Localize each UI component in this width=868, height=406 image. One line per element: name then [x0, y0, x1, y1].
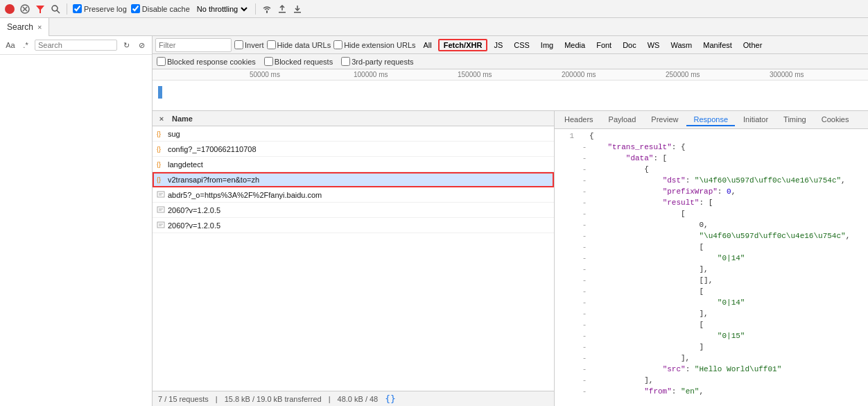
response-tab-timing[interactable]: Timing: [776, 114, 813, 126]
search-input-wrap: [35, 40, 117, 51]
request-item-langdetect[interactable]: {}langdetect: [153, 157, 554, 172]
line-content-11: "0|14": [589, 254, 862, 265]
type-btn-ws[interactable]: WS: [643, 39, 665, 51]
line-content-0: {: [589, 132, 862, 143]
line-content-1: "trans_result": {: [589, 143, 862, 154]
search-tab-label: Search: [7, 22, 33, 32]
type-btn-all[interactable]: All: [419, 39, 437, 51]
response-tab-payload[interactable]: Payload: [602, 114, 643, 126]
request-item-v2transapi[interactable]: {}v2transapi?from=en&to=zh: [153, 172, 554, 187]
line-content-2: "data": [: [589, 154, 862, 165]
request-icon-2060_2: [157, 221, 165, 230]
line-dash-0: [580, 132, 589, 143]
response-tab-cookies[interactable]: Cookies: [815, 114, 856, 126]
search-input[interactable]: [38, 41, 114, 49]
type-btn-font[interactable]: Font: [591, 39, 616, 51]
line-content-20: ],: [589, 354, 862, 365]
type-btn-doc[interactable]: Doc: [618, 39, 641, 51]
type-btn-media[interactable]: Media: [559, 39, 590, 51]
response-line-18: - "0|15": [560, 332, 862, 343]
response-line-23: - "from": "en",: [560, 387, 862, 398]
response-line-11: - "0|14": [560, 254, 862, 265]
requests-panel-close[interactable]: ×: [157, 114, 166, 124]
network-container: Invert Hide data URLs Hide extension URL…: [153, 36, 868, 406]
search-tab-bar: Search ×: [0, 18, 868, 36]
requests-header-name: Name: [172, 115, 193, 123]
svg-line-5: [57, 10, 60, 13]
response-line-0: 1{: [560, 132, 862, 143]
line-content-3: {: [589, 165, 862, 176]
line-dash-10: -: [580, 243, 589, 254]
response-body: 1{- "trans_result": {- "data": [- {- "ds…: [555, 129, 868, 406]
upload-icon[interactable]: [277, 3, 288, 15]
blocked-requests-checkbox[interactable]: Blocked requests: [264, 57, 333, 66]
line-number-7: [560, 210, 580, 221]
svg-rect-14: [157, 192, 164, 197]
blocked-cookies-checkbox[interactable]: Blocked response cookies: [157, 57, 256, 66]
type-btn-manifest[interactable]: Manifest: [698, 39, 737, 51]
request-name-2060_2: 2060?v=1.2.0.5: [168, 221, 220, 230]
response-line-22: - ],: [560, 376, 862, 387]
line-dash-5: -: [580, 187, 589, 198]
line-dash-7: -: [580, 210, 589, 221]
record-icon[interactable]: [4, 3, 15, 15]
response-line-1: - "trans_result": {: [560, 143, 862, 154]
response-tabs: HeadersPayloadPreviewResponseInitiatorTi…: [555, 111, 868, 129]
line-dash-20: -: [580, 354, 589, 365]
type-btn-wasm[interactable]: Wasm: [666, 39, 697, 51]
line-content-14: [: [589, 287, 862, 298]
type-btn-fetch_xhr[interactable]: Fetch/XHR: [438, 39, 488, 51]
response-line-5: - "prefixWrap": 0,: [560, 187, 862, 198]
response-line-15: - "0|14": [560, 298, 862, 310]
regex-button[interactable]: .*: [19, 39, 32, 51]
search-icon[interactable]: [50, 3, 61, 15]
response-tab-initiator[interactable]: Initiator: [736, 114, 775, 126]
hide-ext-urls-checkbox[interactable]: Hide extension URLs: [333, 40, 415, 49]
svg-marker-3: [36, 6, 44, 13]
filter-icon[interactable]: [35, 3, 46, 15]
disable-cache-checkbox[interactable]: Disable cache: [131, 4, 190, 13]
cancel-icon[interactable]: [19, 3, 31, 15]
type-btn-js[interactable]: JS: [489, 39, 507, 51]
line-dash-6: -: [580, 198, 589, 210]
response-line-7: - [: [560, 210, 862, 221]
line-dash-9: -: [580, 232, 589, 243]
request-item-sug[interactable]: {}sug: [153, 126, 554, 142]
line-content-13: [],: [589, 276, 862, 287]
request-item-2060_1[interactable]: 2060?v=1.2.0.5: [153, 203, 554, 218]
third-party-checkbox[interactable]: 3rd-party requests: [341, 57, 413, 66]
search-tab-close[interactable]: ×: [37, 23, 42, 31]
preserve-log-checkbox[interactable]: Preserve log: [73, 4, 127, 13]
clear-button[interactable]: ⊘: [135, 39, 148, 51]
type-btn-other[interactable]: Other: [738, 39, 767, 51]
aa-button[interactable]: Aa: [4, 39, 17, 51]
throttling-select[interactable]: No throttling: [194, 4, 250, 14]
type-btn-img[interactable]: Img: [536, 39, 558, 51]
line-content-22: ],: [589, 376, 862, 387]
invert-checkbox[interactable]: Invert: [234, 40, 264, 49]
refresh-button[interactable]: ↻: [120, 39, 132, 51]
svg-text:{}: {}: [157, 176, 161, 183]
response-line-21: - "src": "Hello World\uff01": [560, 365, 862, 376]
search-tab[interactable]: Search ×: [0, 18, 49, 36]
line-number-12: [560, 265, 580, 276]
hide-data-urls-checkbox[interactable]: Hide data URLs: [267, 40, 331, 49]
line-dash-21: -: [580, 365, 589, 376]
type-buttons: AllFetch/XHRJSCSSImgMediaFontDocWSWasmMa…: [419, 39, 767, 51]
line-number-22: [560, 376, 580, 387]
response-tab-preview[interactable]: Preview: [644, 114, 685, 126]
line-content-4: "dst": "\u4f60\u597d\uff0c\u4e16\u754c",: [589, 176, 862, 187]
request-item-2060_2[interactable]: 2060?v=1.2.0.5: [153, 218, 554, 233]
response-tab-response[interactable]: Response: [686, 114, 735, 126]
ruler-mark-3: 200000 ms: [562, 71, 596, 78]
request-item-abdr[interactable]: abdr5?_o=https%3A%2F%2Ffanyi.baidu.com: [153, 187, 554, 203]
request-icon-v2transapi: {}: [157, 175, 165, 185]
filter-input[interactable]: [159, 41, 228, 49]
line-number-1: [560, 143, 580, 154]
response-tab-headers[interactable]: Headers: [557, 114, 600, 126]
ruler-mark-5: 300000 ms: [770, 71, 804, 78]
download-icon[interactable]: [292, 3, 303, 15]
type-btn-css[interactable]: CSS: [509, 39, 535, 51]
response-line-16: - ],: [560, 310, 862, 321]
request-item-config[interactable]: {}config?_=1700662110708: [153, 142, 554, 157]
